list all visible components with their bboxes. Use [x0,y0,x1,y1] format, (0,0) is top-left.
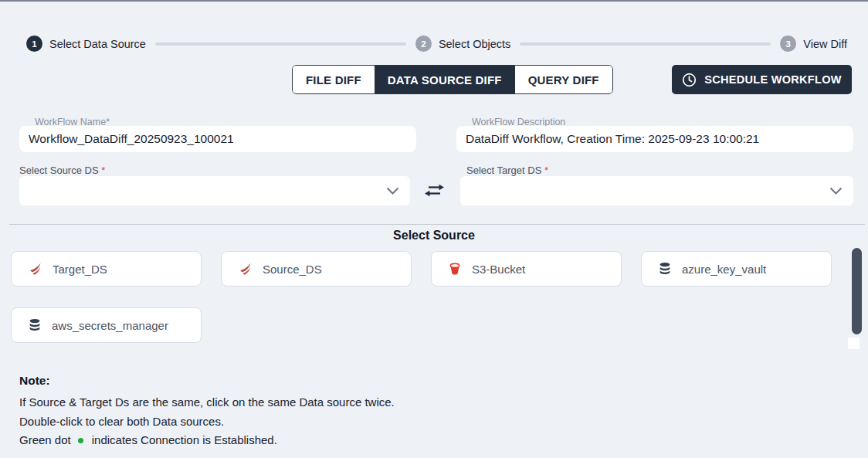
datasource-name: azure_key_vault [682,263,766,276]
datasource-card-aws-secrets-manager[interactable]: aws_secrets_manager [11,307,202,343]
datasource-card-target-ds[interactable]: Target_DS [11,251,202,287]
swap-source-target-button[interactable] [424,183,445,198]
green-dot-suffix: indicates Connection is Established. [92,433,277,446]
s3-bucket-icon [448,262,462,276]
step-1-label: Select Data Source [49,38,146,50]
workflow-description-input[interactable] [456,126,853,152]
datasource-name: aws_secrets_manager [52,319,168,332]
green-dot-prefix: Green dot [19,433,71,446]
required-asterisk: * [101,165,105,176]
tab-file-diff[interactable]: FILE DIFF [293,66,375,93]
chevron-down-icon [829,187,843,195]
tab-data-source-diff[interactable]: DATA SOURCE DIFF [375,66,515,93]
datasource-card-grid: Target_DS Source_DS S3-Bucket azure [11,251,845,343]
scrollbar-thumb[interactable] [852,248,862,334]
step-connector [155,42,406,46]
step-view-diff[interactable]: 3 View Diff [780,36,847,52]
scrollbar-corner [848,338,860,349]
step-2-circle: 2 [415,36,432,52]
green-dot-icon [78,438,83,443]
section-divider [9,224,865,225]
step-select-objects[interactable]: 2 Select Objects [415,36,511,52]
database-icon [658,262,672,276]
sqlserver-icon [238,262,253,276]
select-source-heading: Select Source [0,229,868,243]
workflow-name-input[interactable] [19,126,416,152]
step-3-circle: 3 [780,36,796,52]
datasource-name: S3-Bucket [472,263,525,276]
swap-arrows-icon [424,183,445,198]
step-select-data-source[interactable]: 1 Select Data Source [26,36,146,52]
note-line-1: If Source & Target Ds are the same, clic… [19,393,395,412]
note-section: Note: If Source & Target Ds are the same… [19,374,395,450]
select-source-ds-label: Select Source DS * [19,165,105,176]
top-border-line [0,0,868,2]
schedule-workflow-label: SCHEDULE WORKFLOW [704,73,841,86]
required-asterisk: * [544,165,548,176]
note-line-3: Green dotindicates Connection is Establi… [19,431,395,450]
database-icon [28,318,42,332]
sqlserver-icon [28,262,42,276]
datasource-name: Source_DS [263,263,322,276]
step-2-label: Select Objects [439,38,511,50]
step-3-label: View Diff [803,38,847,50]
select-target-ds-dropdown[interactable] [460,176,853,205]
datasource-card-source-ds[interactable]: Source_DS [221,251,412,287]
clock-icon [682,73,697,87]
schedule-workflow-button[interactable]: SCHEDULE WORKFLOW [672,65,852,94]
workflow-stepper: 1 Select Data Source 2 Select Objects 3 … [26,36,847,52]
diff-mode-tabs: FILE DIFF DATA SOURCE DIFF QUERY DIFF [292,65,613,94]
step-connector [520,42,771,46]
step-1-circle: 1 [26,36,42,52]
note-title: Note: [19,374,395,388]
chevron-down-icon [386,187,399,195]
select-source-ds-dropdown[interactable] [19,176,410,205]
datasource-card-s3-bucket[interactable]: S3-Bucket [431,251,622,287]
datasource-card-azure-key-vault[interactable]: azure_key_vault [641,251,832,287]
note-line-2: Double-click to clear both Data sources. [19,412,395,432]
select-target-ds-label: Select Target DS * [466,165,548,176]
tab-query-diff[interactable]: QUERY DIFF [515,66,612,93]
datasource-name: Target_DS [53,263,107,276]
